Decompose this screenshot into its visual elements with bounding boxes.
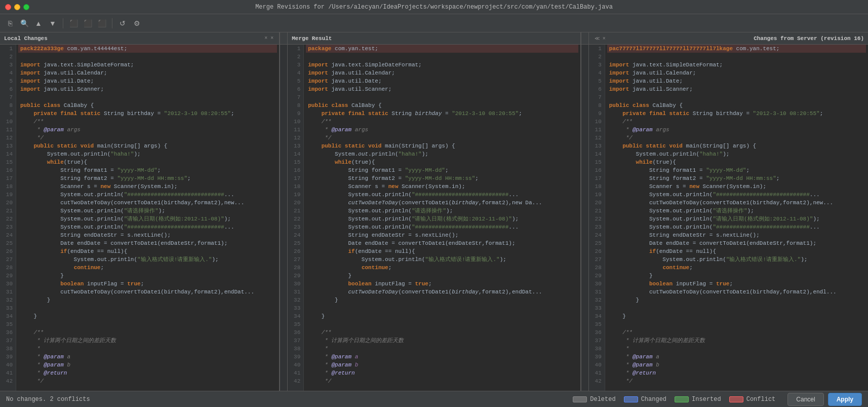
right-panel-controls[interactable]: ≪ × — [593, 35, 607, 42]
center-line-21: System.out.println("请选择操作"); — [306, 207, 578, 215]
left-line-7 — [18, 93, 277, 101]
center-line-26: if(endDate == null){ — [306, 247, 578, 255]
legend-inserted: Inserted — [675, 396, 721, 403]
right-gutter — [581, 32, 589, 391]
left-line-numbers: 123456 789101112 131415161718 1920212223… — [0, 45, 16, 391]
left-line-11: * @param args — [18, 126, 277, 134]
left-line-38: * — [18, 345, 277, 353]
center-line-1: package com.yan.test; — [306, 45, 578, 53]
right-line-33 — [607, 304, 866, 312]
maximize-button[interactable] — [23, 4, 29, 10]
right-line-8: public class CalBaby { — [607, 101, 866, 109]
left-line-42: */ — [18, 377, 277, 385]
prev-button[interactable]: ▲ — [32, 17, 45, 29]
panels-container: Local Changes × × 123456 789101112 13141… — [0, 32, 868, 391]
main-area: Local Changes × × 123456 789101112 13141… — [0, 32, 868, 407]
center-line-27: System.out.println("输入格式错误!请重新输入."); — [306, 255, 578, 264]
center-line-20: cutTwoDateToDay(convertToDate1(birthday,… — [306, 199, 578, 207]
right-line-35 — [607, 320, 866, 328]
left-line-16: String format1 = "yyyy-MM-dd"; — [18, 166, 277, 174]
right-line-25: Date endDate = convertToDate1(endDateStr… — [607, 239, 866, 247]
close-button[interactable] — [5, 4, 11, 10]
zoom-in-button[interactable]: 🔍 — [18, 17, 30, 29]
deleted-label: Deleted — [590, 396, 615, 403]
center-line-25: Date endDate = convertToDate1(endDateStr… — [306, 239, 578, 247]
left-line-6: import java.util.Scanner; — [18, 85, 277, 93]
right-panel-header: ≪ × Changes from Server (revision 16) — [589, 32, 868, 45]
title-bar: Merge Revisions for /Users/alecyan/IdeaP… — [0, 0, 868, 14]
copy-button[interactable]: ⎘ — [4, 17, 16, 29]
left-line-8: public class CalBaby { — [18, 101, 277, 109]
center-line-30: boolean inputFlag = true; — [306, 280, 578, 288]
center-line-7 — [306, 93, 578, 101]
right-line-40: * @param b — [607, 361, 866, 369]
right-line-36: /** — [607, 328, 866, 337]
center-line-34: } — [306, 312, 578, 320]
center-panel: Merge Result 123456 789101112 1314151617… — [288, 32, 581, 391]
inserted-label: Inserted — [692, 396, 721, 403]
left-line-25: Date endDate = convertToDate1(endDateStr… — [18, 239, 277, 247]
right-line-23: System.out.println("####################… — [607, 223, 866, 231]
minimize-button[interactable] — [14, 4, 20, 10]
left-line-37: * 计算两个日期之间的差距天数 — [18, 337, 277, 345]
right-code-content: pac77777ll77777ll77777ll77777ll7lkage co… — [605, 45, 868, 391]
center-line-13: public static void main(String[] args) { — [306, 142, 578, 150]
refresh-button[interactable]: ↺ — [116, 17, 129, 29]
center-line-6: import java.util.Scanner; — [306, 85, 578, 93]
left-line-19: System.out.println("####################… — [18, 191, 277, 199]
left-line-41: * @return — [18, 369, 277, 377]
left-line-4: import java.util.Calendar; — [18, 69, 277, 77]
left-line-23: System.out.println("####################… — [18, 223, 277, 231]
left-line-9: private final static String birthday = "… — [18, 109, 277, 118]
left-code-area[interactable]: 123456 789101112 131415161718 1920212223… — [0, 45, 279, 391]
right-line-numbers: 123456 789101112 131415161718 1920212223… — [589, 45, 605, 391]
changed-label: Changed — [641, 396, 666, 403]
center-line-2 — [306, 53, 578, 61]
accept-left-button[interactable]: ⬛ — [67, 17, 80, 29]
right-line-7 — [607, 93, 866, 101]
center-code-area[interactable]: 123456 789101112 131415161718 1920212223… — [288, 45, 580, 391]
center-line-36: /** — [306, 328, 578, 337]
cancel-button[interactable]: Cancel — [787, 393, 823, 406]
left-line-36: /** — [18, 328, 277, 337]
center-line-33 — [306, 304, 578, 312]
action-buttons: Cancel Apply — [787, 393, 862, 406]
window-controls[interactable] — [5, 4, 29, 10]
right-line-16: String format1 = "yyyy-MM-dd"; — [607, 166, 866, 174]
inserted-swatch — [675, 396, 689, 402]
right-line-38: * — [607, 345, 866, 353]
right-arrows[interactable]: ≪ × — [593, 35, 607, 42]
right-line-1: pac77777ll77777ll77777ll77777ll7lkage co… — [607, 45, 866, 53]
accept-right-button[interactable]: ⬛ — [82, 17, 94, 29]
apply-button[interactable]: Apply — [828, 393, 862, 406]
right-line-29: } — [607, 272, 866, 280]
center-panel-title: Merge Result — [292, 35, 332, 42]
legend: Deleted Changed Inserted Conflict — [573, 396, 775, 403]
left-panel-header: Local Changes × × — [0, 32, 279, 45]
left-panel-controls[interactable]: × × — [263, 35, 275, 42]
accept-all-button[interactable]: ⬛ — [96, 17, 108, 29]
right-line-18: Scanner s = new Scanner(System.in); — [607, 182, 866, 191]
left-line-15: while(true){ — [18, 158, 277, 166]
left-line-18: Scanner s = new Scanner(System.in); — [18, 182, 277, 191]
next-button[interactable]: ▼ — [47, 17, 59, 29]
right-line-3: import java.text.SimpleDateFormat; — [607, 61, 866, 69]
left-arrows[interactable]: × × — [263, 35, 275, 42]
right-line-17: String format2 = "yyyy-MM-dd HH:mm:ss"; — [607, 174, 866, 182]
left-line-26: if(endDate == null){ — [18, 247, 277, 255]
left-gutter — [280, 32, 288, 391]
changed-swatch — [624, 396, 638, 402]
left-line-29: } — [18, 272, 277, 280]
right-code-area[interactable]: 123456 789101112 131415161718 1920212223… — [589, 45, 868, 391]
left-line-21: System.out.println("请选择操作"); — [18, 207, 277, 215]
left-code-content: pack222a333ge com.yan.t44444est; import … — [16, 45, 279, 391]
right-line-30: boolean inputFlag = true; — [607, 280, 866, 288]
right-line-15: while(true){ — [607, 158, 866, 166]
left-line-32: } — [18, 296, 277, 304]
settings-button[interactable]: ⚙ — [131, 17, 143, 29]
center-line-28: continue; — [306, 264, 578, 272]
right-line-22: System.out.println("请输入日期(格式例如:2012-11-0… — [607, 215, 866, 223]
right-line-14: System.out.println("haha!"); — [607, 150, 866, 158]
center-line-29: } — [306, 272, 578, 280]
right-line-2 — [607, 53, 866, 61]
